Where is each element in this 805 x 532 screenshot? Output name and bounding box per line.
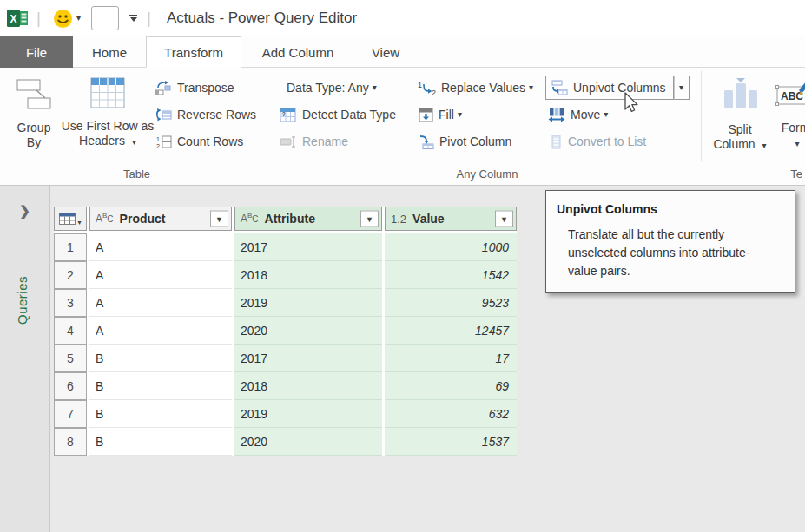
expand-pane-chevron-icon[interactable]: ❯ xyxy=(19,203,30,219)
cell[interactable]: 2020 xyxy=(234,317,382,345)
move-button[interactable]: Move ▾ xyxy=(548,102,608,127)
row-number[interactable]: 3 xyxy=(54,289,87,317)
svg-text:?: ? xyxy=(282,111,286,117)
group-divider xyxy=(701,71,702,161)
group-divider xyxy=(274,71,274,161)
fill-icon xyxy=(419,108,433,122)
row-number[interactable]: 7 xyxy=(54,400,87,428)
grid-header-row: ▾ABCProduct▼ABCAttribute▼1.2Value▼ xyxy=(54,207,517,231)
transpose-button[interactable]: Transpose xyxy=(155,76,234,100)
cell[interactable]: 2020 xyxy=(234,428,382,456)
cell[interactable]: 17 xyxy=(385,345,517,372)
table-menu-caret: ▾ xyxy=(77,219,81,227)
cell[interactable]: 1537 xyxy=(385,428,517,456)
pivot-column-label: Pivot Column xyxy=(439,135,511,148)
data-type-label: Data Type: Any xyxy=(287,81,369,95)
row-number[interactable]: 5 xyxy=(54,345,87,372)
unpivot-columns-button[interactable]: Unpivot Columns xyxy=(545,76,674,100)
cell[interactable]: 632 xyxy=(385,400,517,428)
replace-values-label: Replace Values xyxy=(441,81,525,95)
pivot-column-button[interactable]: Pivot Column xyxy=(417,129,511,154)
send-a-smile-button[interactable]: ▾ xyxy=(53,9,81,29)
detect-data-type-icon: ? xyxy=(280,108,297,122)
rename-button: Rename xyxy=(280,129,348,154)
editor-content: ❯ Queries ▾ABCProduct▼ABCAttribute▼1.2Va… xyxy=(0,186,805,532)
tab-transform[interactable]: Transform xyxy=(146,36,241,68)
table-row: 2A20181542 xyxy=(54,261,517,289)
replace-values-button[interactable]: 1 2 Replace Values ▾ xyxy=(417,76,533,100)
group-by-label: Group By xyxy=(9,121,59,150)
move-icon xyxy=(548,108,565,122)
column-type-icon: 1.2 xyxy=(391,213,406,225)
detect-data-type-button[interactable]: ? Detect Data Type xyxy=(280,102,396,127)
cell[interactable]: A xyxy=(89,261,232,289)
use-first-row-as-headers-button[interactable]: Use First Row as Headers ▾ xyxy=(61,73,155,148)
filter-button[interactable]: ▼ xyxy=(210,211,228,227)
smiley-icon xyxy=(53,9,73,29)
data-type-button[interactable]: Data Type: Any ▾ xyxy=(287,76,377,100)
fill-label: Fill xyxy=(439,108,454,122)
convert-to-list-button: Convert to List xyxy=(551,129,646,154)
tab-add-column[interactable]: Add Column xyxy=(250,36,346,68)
cell[interactable]: 69 xyxy=(385,372,517,400)
count-rows-button[interactable]: 1 2 Count Rows xyxy=(155,129,243,154)
reverse-rows-button[interactable]: Reverse Rows xyxy=(155,102,256,127)
transpose-icon xyxy=(155,81,172,95)
row-number[interactable]: 4 xyxy=(54,317,87,345)
tooltip-title: Unpivot Columns xyxy=(557,202,782,216)
group-label-any-column: Any Column xyxy=(274,166,701,183)
cell[interactable]: 2018 xyxy=(234,372,382,400)
column-header-value[interactable]: 1.2Value▼ xyxy=(385,207,517,231)
column-header-product[interactable]: ABCProduct▼ xyxy=(89,207,232,231)
dropdown-caret: ▾ xyxy=(458,110,462,119)
dropdown-caret: ▾ xyxy=(679,83,683,92)
cell[interactable]: 1542 xyxy=(385,261,517,289)
table-row: 4A202012457 xyxy=(54,317,517,345)
cell[interactable]: 2017 xyxy=(234,233,382,261)
cell[interactable]: B xyxy=(89,400,232,428)
cell[interactable]: 2018 xyxy=(234,261,382,289)
cell[interactable]: A xyxy=(89,317,232,345)
cell[interactable]: 2017 xyxy=(234,345,382,372)
tab-view[interactable]: View xyxy=(356,36,415,68)
cell[interactable]: A xyxy=(89,233,232,261)
quick-access-button[interactable] xyxy=(91,6,119,30)
column-header-attribute[interactable]: ABCAttribute▼ xyxy=(234,207,382,231)
fill-button[interactable]: Fill ▾ xyxy=(419,102,462,127)
cell[interactable]: A xyxy=(89,289,232,317)
cell[interactable]: 12457 xyxy=(385,317,517,345)
select-all-corner-cell[interactable]: ▾ xyxy=(54,207,87,231)
tab-file[interactable]: File xyxy=(0,36,73,68)
cell[interactable]: 1000 xyxy=(385,233,517,261)
cell[interactable]: B xyxy=(89,345,232,372)
split-column-button[interactable]: Split Column ▾ xyxy=(712,73,768,152)
filter-button[interactable]: ▼ xyxy=(495,211,513,227)
format-button[interactable]: ABC Form▾ xyxy=(771,73,805,150)
move-label: Move xyxy=(571,108,600,122)
dropdown-caret: ▾ xyxy=(795,139,799,148)
queries-pane-label[interactable]: Queries xyxy=(15,276,30,325)
quick-access-toolbar-options-icon[interactable] xyxy=(128,15,140,23)
table-glyph-icon xyxy=(59,213,76,225)
queries-pane-collapsed[interactable]: ❯ Queries xyxy=(0,186,50,532)
group-by-button[interactable]: Group By xyxy=(9,73,59,150)
window-title: Actuals - Power Query Editor xyxy=(167,10,357,27)
unpivot-columns-dropdown-button[interactable]: ▾ xyxy=(674,76,690,100)
cell[interactable]: B xyxy=(89,428,232,456)
cell[interactable]: B xyxy=(89,372,232,400)
row-number[interactable]: 6 xyxy=(54,372,87,400)
row-number[interactable]: 1 xyxy=(54,233,87,261)
row-number[interactable]: 2 xyxy=(54,261,87,289)
tab-home[interactable]: Home xyxy=(83,36,135,68)
split-column-label: Split Column ▾ xyxy=(712,122,768,152)
cell[interactable]: 2019 xyxy=(234,400,382,428)
convert-to-list-icon xyxy=(551,135,563,149)
filter-button[interactable]: ▼ xyxy=(360,211,379,227)
column-name: Value xyxy=(412,212,445,226)
row-number[interactable]: 8 xyxy=(54,428,87,456)
cell[interactable]: 9523 xyxy=(385,289,517,317)
format-label: Form▾ xyxy=(782,121,805,150)
column-type-icon: ABC xyxy=(241,213,259,224)
cell[interactable]: 2019 xyxy=(234,289,382,317)
svg-text:1: 1 xyxy=(156,136,160,142)
